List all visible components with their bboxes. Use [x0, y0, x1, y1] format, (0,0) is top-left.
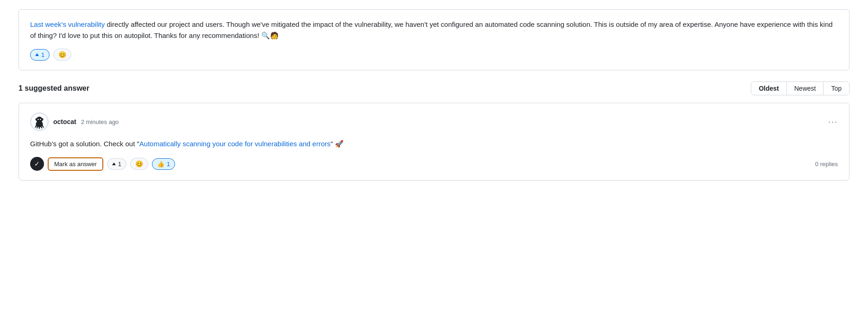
checkmark-icon: ✓ — [34, 160, 40, 168]
answer-emoji-button[interactable]: 😊 — [130, 158, 148, 170]
more-options-button[interactable]: ··· — [828, 117, 838, 127]
reaction-row: 1 😊 — [30, 49, 838, 61]
sort-newest-button[interactable]: Newest — [787, 82, 824, 95]
answer-upvote-count: 1 — [118, 161, 121, 168]
page-wrapper: Last week's vulnerability directly affec… — [0, 0, 868, 190]
answer-card: octocat 2 minutes ago ··· GitHub's got a… — [19, 103, 849, 180]
thumbs-up-button[interactable]: 👍 1 — [152, 158, 175, 170]
post-body: Last week's vulnerability directly affec… — [30, 19, 838, 41]
mark-as-answer-button[interactable]: Mark as answer — [48, 157, 103, 171]
post-body-text: directly affected our project and users.… — [30, 20, 833, 39]
check-answer-button[interactable]: ✓ — [30, 157, 44, 171]
sort-top-button[interactable]: Top — [824, 82, 849, 95]
section-title: 1 suggested answer — [19, 84, 89, 93]
thumbs-count: 1 — [167, 161, 170, 168]
upvote-button[interactable]: 1 — [30, 49, 50, 61]
answer-actions: ✓ Mark as answer 1 😊 👍 1 0 replies — [30, 157, 838, 171]
svg-point-10 — [36, 118, 37, 120]
answer-actions-left: ✓ Mark as answer 1 😊 👍 1 — [30, 157, 175, 171]
thumbs-up-icon: 👍 — [157, 161, 164, 168]
answer-body-suffix: " 🚀 — [331, 140, 344, 148]
sort-buttons: Oldest Newest Top — [751, 81, 849, 95]
answer-body-prefix: GitHub's got a solution. Check out " — [30, 140, 139, 148]
arrow-up-icon — [112, 162, 116, 165]
post-card: Last week's vulnerability directly affec… — [19, 9, 849, 70]
svg-point-2 — [36, 117, 43, 123]
answer-link[interactable]: Automatically scanning your code for vul… — [139, 140, 331, 148]
svg-point-4 — [40, 119, 41, 120]
sort-oldest-button[interactable]: Oldest — [751, 82, 787, 95]
author-name: octocat — [53, 118, 76, 125]
arrow-up-icon — [35, 53, 39, 56]
svg-point-3 — [38, 119, 39, 120]
vulnerability-link[interactable]: Last week's vulnerability — [30, 20, 105, 28]
smiley-icon: 😊 — [58, 51, 66, 58]
section-header: 1 suggested answer Oldest Newest Top — [19, 81, 849, 95]
answer-author: octocat 2 minutes ago — [30, 112, 119, 131]
replies-count: 0 replies — [815, 161, 838, 168]
author-info: octocat 2 minutes ago — [53, 118, 119, 125]
avatar — [30, 112, 49, 131]
answer-body: GitHub's got a solution. Check out "Auto… — [30, 138, 838, 149]
answer-smiley-icon: 😊 — [135, 160, 143, 168]
upvote-count: 1 — [41, 51, 44, 58]
svg-point-11 — [42, 118, 43, 120]
answer-header: octocat 2 minutes ago ··· — [30, 112, 838, 131]
octocat-icon — [31, 114, 47, 130]
emoji-button[interactable]: 😊 — [53, 49, 71, 61]
answer-upvote-button[interactable]: 1 — [107, 158, 126, 170]
answer-time: 2 minutes ago — [81, 118, 119, 125]
